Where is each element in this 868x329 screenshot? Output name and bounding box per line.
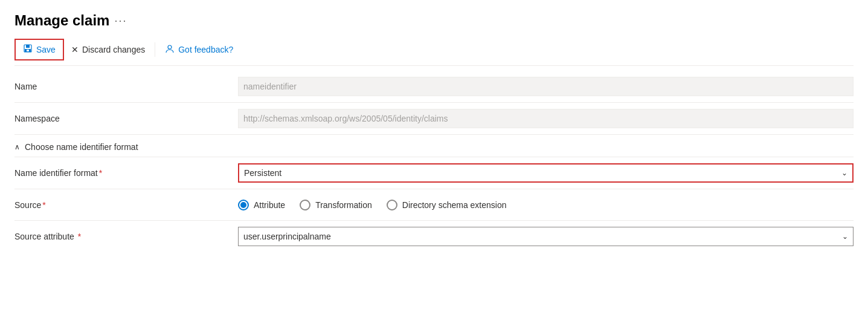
namespace-row: Namespace: [14, 103, 854, 135]
transformation-label: Transformation: [315, 200, 372, 210]
save-icon: [23, 44, 33, 56]
attribute-label: Attribute: [254, 200, 285, 210]
name-row: Name: [14, 71, 854, 103]
name-id-format-value: Persistent: [244, 168, 281, 178]
source-option-attribute[interactable]: Attribute: [238, 200, 285, 210]
source-label: Source*: [14, 200, 238, 210]
svg-rect-1: [26, 45, 30, 48]
radio-directory[interactable]: [387, 200, 397, 210]
name-id-format-row: Name identifier format* Persistent ⌄: [14, 157, 854, 189]
discard-changes-button[interactable]: ✕ Discard changes: [64, 41, 152, 58]
toolbar-separator: [155, 42, 155, 57]
source-row: Source* Attribute Transformation Directo…: [14, 189, 854, 221]
svg-point-4: [168, 45, 172, 49]
save-button[interactable]: Save: [14, 39, 64, 60]
namespace-label: Namespace: [14, 114, 238, 123]
section-header-label: Choose name identifier format: [25, 142, 138, 152]
svg-rect-3: [27, 50, 29, 51]
source-radio-group: Attribute Transformation Directory schem…: [238, 200, 507, 210]
name-id-format-label: Name identifier format*: [14, 168, 238, 178]
page-title: Manage claim: [14, 12, 109, 29]
source-attribute-value: user.userprincipalname: [243, 232, 331, 241]
source-attribute-chevron-icon: ⌄: [842, 232, 848, 241]
required-indicator: *: [99, 168, 102, 178]
feedback-label: Got feedback?: [178, 45, 233, 54]
source-attribute-select[interactable]: user.userprincipalname ⌄: [238, 227, 854, 246]
name-label: Name: [14, 82, 238, 91]
more-options-icon[interactable]: ···: [114, 15, 127, 27]
source-required-indicator: *: [42, 200, 45, 210]
name-input[interactable]: [238, 77, 854, 96]
discard-label: Discard changes: [82, 45, 145, 54]
form: Name Namespace ∧ Choose name identifier …: [14, 66, 854, 252]
discard-icon: ✕: [71, 45, 79, 54]
toolbar: Save ✕ Discard changes Got feedback?: [14, 39, 854, 66]
name-id-format-section-header[interactable]: ∧ Choose name identifier format: [14, 135, 854, 157]
source-attribute-row: Source attribute * user.userprincipalnam…: [14, 221, 854, 252]
source-option-directory[interactable]: Directory schema extension: [387, 200, 507, 210]
chevron-down-icon: ⌄: [841, 169, 847, 177]
source-attribute-label: Source attribute *: [14, 232, 238, 241]
name-id-format-select[interactable]: Persistent ⌄: [238, 163, 854, 183]
collapse-icon: ∧: [14, 143, 20, 151]
radio-attribute[interactable]: [238, 200, 249, 210]
source-attr-required-indicator: *: [76, 232, 81, 241]
source-option-transformation[interactable]: Transformation: [300, 200, 372, 210]
save-label: Save: [36, 45, 56, 54]
feedback-icon: [165, 44, 175, 56]
feedback-button[interactable]: Got feedback?: [158, 41, 240, 59]
directory-label: Directory schema extension: [402, 200, 507, 210]
radio-transformation[interactable]: [300, 200, 310, 210]
namespace-input[interactable]: [238, 109, 854, 128]
